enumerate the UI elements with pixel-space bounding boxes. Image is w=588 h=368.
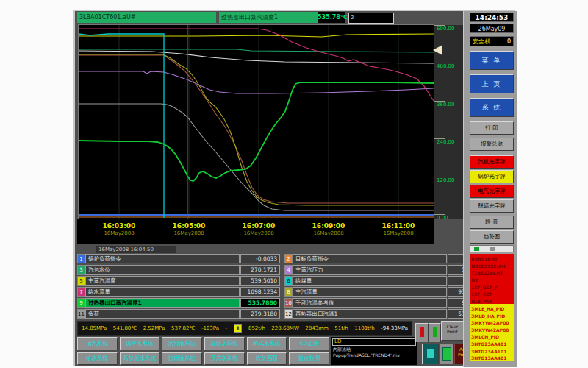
sidebar-button-打印[interactable]: 打 印 xyxy=(470,121,514,135)
legend-row-pen-12[interactable]: 12再热器出口汽温1535.4974 xyxy=(284,309,487,319)
alarm-tag[interactable]: NLE_PAF xyxy=(471,298,513,304)
alarm-tag[interactable]: T1BE12ACHT xyxy=(471,269,513,277)
pen-color-swatch: 10 xyxy=(284,298,293,308)
status-value: -94.33MPa xyxy=(381,325,408,331)
pen-value-pointer[interactable] xyxy=(433,45,442,55)
alarm-tag[interactable]: 3HTG23AA101 xyxy=(471,348,513,355)
alarm-tag[interactable]: 3MLCN_PID xyxy=(471,333,513,341)
red-indicator-button[interactable] xyxy=(415,323,429,342)
nav-button-凝结水系统[interactable]: 凝结水系统 xyxy=(204,337,245,350)
trend-pen-9 xyxy=(79,82,434,181)
legend-row-pen-10[interactable]: 10手动汽温参考值95.9805 xyxy=(284,298,487,308)
clock-date: 26May09 xyxy=(470,24,514,33)
alarm-tag[interactable]: O2 xyxy=(471,277,513,284)
trend-chart[interactable] xyxy=(79,25,434,219)
command-input[interactable]: LD xyxy=(332,338,416,346)
pen-value: 535.7880 xyxy=(240,298,280,308)
alarm-tag[interactable]: B3N01BHT xyxy=(471,255,513,263)
sidebar-button-静音[interactable]: 静 音 xyxy=(470,216,514,229)
nav-button-循环水系统[interactable]: 循环水系统 xyxy=(120,337,160,350)
nav-button-闭式水系统[interactable]: 闭式水系统 xyxy=(247,337,287,350)
pen-description-label: 过热器出口蒸汽温度1 xyxy=(219,12,318,23)
pen-color-swatch: 8 xyxy=(284,287,293,297)
alarm-tag[interactable]: 3MKYW42AP00 xyxy=(471,319,513,327)
legend-row-pen-2[interactable]: 2目标负荷指令0.0066 xyxy=(284,254,487,263)
nav-button-给水系统[interactable]: 给水系统 xyxy=(77,352,118,365)
pen-color-swatch: 9 xyxy=(77,298,85,308)
alarm-tag[interactable]: 3MLE_HA_PID xyxy=(471,305,513,313)
alarm-tag[interactable]: 1EF_GZF xyxy=(471,291,513,298)
sidebar-button-趋势图[interactable]: 趋势图 xyxy=(470,230,514,244)
alarm-tag[interactable]: 3MLD_HA_PID xyxy=(471,313,513,320)
status-value: 852t/h xyxy=(248,325,265,331)
legend-row-pen-9[interactable]: 9过热器出口蒸汽温度1535.7880 xyxy=(77,298,280,308)
nav-button-润滑油系统[interactable]: 润滑油系统 xyxy=(162,337,202,350)
nav-button-CO监测[interactable]: CO监测 xyxy=(289,337,329,350)
sidebar-button-菜单[interactable]: 菜 单 xyxy=(470,51,514,70)
alarm-tag[interactable]: 3MKYW42AP00 xyxy=(471,327,513,334)
pen-name: 主蒸汽温度 xyxy=(85,276,240,286)
clear-point-button[interactable]: Clear Point xyxy=(441,321,464,341)
trend-pen-6 xyxy=(79,34,164,218)
grid-tool-button[interactable] xyxy=(440,344,454,364)
alarm-list-yellow[interactable]: 3MLE_HA_PID3MLD_HA_PID3MKYW42AP003MKYW42… xyxy=(470,304,514,361)
nav-button-高加疏水系统[interactable]: 高加疏水系统 xyxy=(120,352,160,365)
time-tick-date: 16May2008 xyxy=(103,230,136,237)
pen-value: 539.5010 xyxy=(240,276,280,286)
valve-tool-button[interactable] xyxy=(422,344,439,364)
scale-label: 480.00 xyxy=(437,63,455,69)
legend-row-pen-7[interactable]: 7给水流量1098.1234 xyxy=(77,287,280,297)
alarm-tag[interactable]: 1EF_GZF_F xyxy=(471,283,513,291)
sidebar-button-脱硫光字牌[interactable]: 脱硫光字牌 xyxy=(470,199,514,213)
safety-station-label: 安全栈 xyxy=(473,38,490,46)
legend-row-pen-11[interactable]: 11负荷279.3180 xyxy=(77,309,280,319)
alarm-tag[interactable]: 3HTG13AA401 xyxy=(471,355,513,361)
scale-label: 360.00 xyxy=(437,102,455,107)
pen-value-display: 535.78℃ xyxy=(318,12,345,23)
time-tick-time: 16:05:00 xyxy=(173,222,206,230)
time-tick: 16:03:0016May2008 xyxy=(103,222,136,237)
nav-button-抽汽系统[interactable]: 抽汽系统 xyxy=(77,337,118,350)
time-tick: 16:11:0016May2008 xyxy=(382,222,415,237)
nav-button-吹灰画面[interactable]: 吹灰画面 xyxy=(247,352,287,365)
legend-row-pen-5[interactable]: 5主蒸汽温度539.5010 xyxy=(77,276,280,286)
nav-button-重点检测[interactable]: 重点检测 xyxy=(289,352,329,365)
pen-group-indicator[interactable] xyxy=(470,245,514,252)
alarm-tag[interactable]: N01E17SS.#H xyxy=(471,263,513,270)
nav-button-抗燃油系统[interactable]: 抗燃油系统 xyxy=(162,352,202,365)
sidebar-button-上页[interactable]: 上 页 xyxy=(470,74,514,93)
pen-name: 手动汽温参考值 xyxy=(293,298,447,308)
trend-pen-8 xyxy=(79,54,434,205)
pen-value: 1098.1234 xyxy=(240,287,280,297)
scale-label: 120.00 xyxy=(437,177,455,183)
time-tick: 16:07:0016May2008 xyxy=(243,222,276,237)
time-tick-date: 16May2008 xyxy=(312,230,345,237)
sidebar-button-锅炉光字牌[interactable]: 锅炉光字牌 xyxy=(470,170,514,183)
sidebar-button-系统[interactable]: 系 统 xyxy=(470,98,514,117)
dcs-trend-window: 3LBA01CT601.aU# 过热器出口蒸汽温度1 535.78℃ 2 600… xyxy=(74,10,514,366)
sidebar-button-报警总览[interactable]: 报警总览 xyxy=(470,138,514,151)
legend-row-pen-1[interactable]: 1锅炉负荷指令-0.0033 xyxy=(77,254,280,263)
screen-nav-row-1: 抽汽系统循环水系统润滑油系统凝结水系统闭式水系统CO监测 xyxy=(77,337,329,350)
alarm-tag[interactable]: 3HTG23AA401 xyxy=(471,341,513,348)
pen-selector-box[interactable]: 2 xyxy=(348,13,394,24)
sidebar: 14:24:53 26May09 安全栈 0 菜 单上 页系 统打 印报警总览汽… xyxy=(463,11,517,367)
legend-row-pen-3[interactable]: 3汽包水位270.1721 xyxy=(77,265,280,275)
sidebar-button-汽机光字牌[interactable]: 汽机光字牌 xyxy=(470,155,514,169)
alarm-list-red[interactable]: B3N01BHTN01E17SS.#HT1BE12ACHTO21EF_GZF_F… xyxy=(470,254,514,304)
trend-pen-12 xyxy=(79,51,434,63)
safety-station-count: 0 xyxy=(507,38,511,45)
command-script-line: PopupTrendASEL.'TREND4'.mv xyxy=(331,353,417,358)
green-indicator-button[interactable] xyxy=(429,323,441,342)
status-value: 537.82℃ xyxy=(171,325,195,331)
status-value: 2.52MPa xyxy=(143,325,165,331)
legend-row-pen-4[interactable]: 4主蒸汽压力16.3061 xyxy=(284,265,487,275)
nav-button-开式水系统[interactable]: 开式水系统 xyxy=(204,352,245,365)
scale-label: 240.00 xyxy=(437,139,455,145)
legend-row-pen-8[interactable]: 8主汽流量930.9096 xyxy=(284,287,487,297)
legend-row-pen-6[interactable]: 6给煤量0.0000 xyxy=(284,276,487,286)
pen-value: 279.3180 xyxy=(240,309,280,319)
pen-color-swatch: 2 xyxy=(284,254,293,263)
sidebar-button-电气光字牌[interactable]: 电气光字牌 xyxy=(470,185,514,198)
status-value: 541.80℃ xyxy=(113,325,137,331)
